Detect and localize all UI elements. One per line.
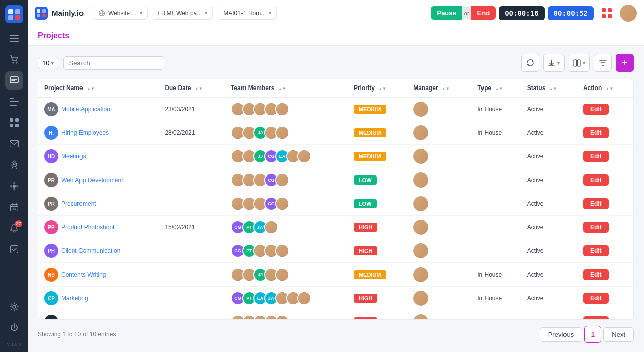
team-members-cell: JJCGEA (225, 145, 348, 168)
cart-icon[interactable] (5, 50, 23, 68)
svg-rect-27 (10, 246, 18, 253)
col-team-members[interactable]: Team Members ▲▼ (225, 79, 348, 97)
status-cell: Active (521, 145, 577, 168)
svg-rect-35 (602, 8, 606, 12)
edit-button[interactable]: Edit (583, 293, 609, 304)
table-row: PR Web App Development CG LOW Active Edi… (38, 168, 633, 192)
edit-button[interactable]: Edit (583, 151, 609, 162)
project-name-link[interactable]: Web App Development (61, 177, 123, 184)
list-icon[interactable] (5, 93, 23, 111)
svg-point-9 (16, 62, 17, 64)
project-name-link[interactable]: Client Communication (61, 247, 120, 254)
projects-table: Project Name ▲▼ Due Date ▲▼ Team Members… (38, 79, 634, 320)
task-dropdown[interactable]: MAI01-1 Hom... ▾ (218, 7, 277, 20)
edit-button[interactable]: Edit (583, 245, 609, 256)
previous-button[interactable]: Previous (540, 327, 583, 342)
team-members-cell: CGPTEAJW (225, 287, 348, 310)
svg-rect-4 (15, 15, 20, 20)
rocket-icon[interactable] (5, 156, 23, 174)
manager-cell (407, 192, 471, 216)
svg-rect-2 (15, 9, 20, 14)
sidebar: 31 37 V 1.0.4 (0, 0, 28, 352)
col-manager[interactable]: Manager ▲▼ (407, 79, 471, 97)
edit-button[interactable]: Edit (583, 316, 609, 320)
col-action[interactable]: Action ▲▼ (577, 79, 633, 97)
col-project-name[interactable]: Project Name ▲▼ (38, 79, 158, 97)
project-name-link[interactable]: Hiring Employees (61, 129, 109, 136)
svg-rect-33 (42, 14, 46, 17)
project-name-link[interactable]: Marketing (61, 295, 88, 302)
svg-rect-39 (574, 60, 577, 66)
col-status[interactable]: Status ▲▼ (521, 79, 577, 97)
status-cell: Active (521, 310, 577, 320)
refresh-icon[interactable] (521, 54, 539, 72)
edit-button[interactable]: Edit (583, 174, 609, 186)
app-logo[interactable] (5, 5, 23, 23)
project-name-link[interactable]: Meetings (61, 153, 86, 160)
grid-layout-icon[interactable] (599, 5, 615, 21)
priority-cell: LOW (348, 192, 407, 216)
edit-button[interactable]: Edit (583, 198, 609, 209)
svg-rect-6 (10, 38, 19, 39)
edit-button[interactable]: Edit (583, 104, 609, 115)
topbar: Mainly.io Website ... ▾ HTML Web pa... ▾… (28, 0, 644, 26)
version-label: V 1.0.4 (7, 342, 21, 347)
hamburger-menu-icon[interactable] (5, 29, 23, 47)
showing-text: Showing 1 to 10 of 10 entries (38, 331, 116, 338)
notification-icon[interactable]: 37 (5, 219, 23, 237)
end-button[interactable]: End (471, 6, 496, 20)
svg-rect-5 (10, 35, 19, 36)
priority-cell: MEDIUM (348, 145, 407, 168)
team-members-cell: JJ (225, 121, 348, 145)
checklist-icon[interactable] (5, 240, 23, 258)
action-cell: Edit (577, 263, 633, 287)
project-name-link[interactable]: Product Photoshoot (61, 224, 114, 231)
col-type[interactable]: Type ▲▼ (471, 79, 521, 97)
svg-point-28 (13, 305, 16, 308)
edit-button[interactable]: Edit (583, 127, 609, 138)
search-input[interactable] (63, 56, 164, 70)
filter-icon[interactable] (594, 54, 612, 72)
dashboard-grid-icon[interactable] (5, 114, 23, 132)
calendar-icon[interactable]: 31 (5, 198, 23, 216)
svg-point-21 (13, 182, 15, 185)
pause-button[interactable]: Pause (431, 6, 462, 20)
page-dropdown[interactable]: HTML Web pa... ▾ (153, 7, 213, 20)
next-button[interactable]: Next (603, 327, 634, 342)
project-name-link[interactable]: Mobile Application (61, 106, 110, 113)
svg-text:31: 31 (13, 207, 16, 210)
flower-icon[interactable] (5, 177, 23, 195)
plus-icon: + (622, 58, 628, 68)
svg-rect-31 (42, 9, 46, 13)
columns-dropdown[interactable]: ▾ (569, 54, 590, 72)
svg-rect-30 (37, 9, 40, 13)
manager-cell (407, 263, 471, 287)
priority-cell: HIGH (348, 239, 407, 263)
project-name-link[interactable]: Contents Writing (61, 271, 106, 278)
add-project-button[interactable]: + (616, 54, 634, 72)
svg-rect-40 (578, 60, 581, 66)
team-members-cell: CG (225, 192, 348, 216)
col-priority[interactable]: Priority ▲▼ (348, 79, 407, 97)
action-cell: Edit (577, 287, 633, 310)
content-area: Projects 10 ▾ ▾ (28, 26, 644, 352)
col-due-date[interactable]: Due Date ▲▼ (158, 79, 225, 97)
page-number[interactable]: 1 (584, 326, 601, 343)
edit-button[interactable]: Edit (583, 269, 609, 280)
team-members-cell: JJ (225, 263, 348, 287)
per-page-select[interactable]: 10 ▾ (38, 57, 58, 69)
svg-rect-32 (37, 14, 40, 17)
project-name-link[interactable]: Procurement (61, 200, 96, 207)
message-icon[interactable] (5, 71, 23, 90)
edit-button[interactable]: Edit (583, 222, 609, 233)
type-cell (471, 192, 521, 216)
svg-rect-18 (10, 141, 18, 147)
due-date-cell (158, 239, 225, 263)
settings-icon[interactable] (5, 298, 23, 316)
table-row: PH Client Communication CGPT HIGH Active… (38, 239, 633, 263)
user-avatar[interactable] (620, 5, 637, 22)
power-icon[interactable] (5, 319, 23, 337)
export-dropdown[interactable]: ▾ (543, 54, 565, 72)
website-dropdown[interactable]: Website ... ▾ (93, 7, 147, 20)
email-icon[interactable] (5, 135, 23, 153)
